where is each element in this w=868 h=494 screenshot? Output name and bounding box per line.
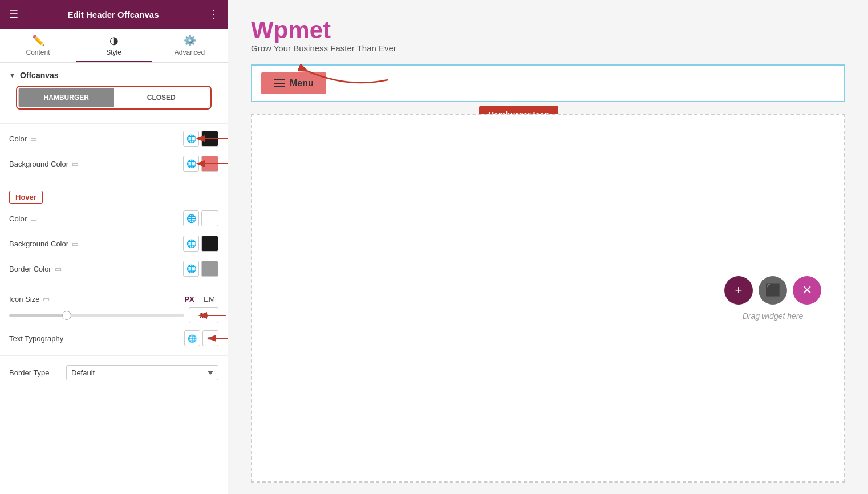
hover-color-row: Color ▭ 🌐 [0, 206, 228, 231]
add-widget-btn[interactable]: + [724, 276, 753, 305]
hover-bg-swatch[interactable] [201, 236, 218, 252]
icon-size-fill [9, 314, 67, 317]
icon-size-track[interactable] [9, 314, 184, 317]
hamburger-arrow-svg [274, 54, 399, 100]
px-em-toggle: PX EM [181, 294, 218, 304]
tab-content-label: Content [26, 48, 50, 56]
offcanvas-section-title: ▼ Offcanvas [0, 63, 228, 86]
icon-size-input[interactable] [189, 307, 218, 323]
bg-color-controls: 🌐 [183, 156, 218, 172]
typo-globe-btn[interactable]: 🌐 [184, 330, 200, 346]
logo-title: Wpmet [251, 17, 845, 43]
advanced-tab-icon: ⚙️ [184, 34, 196, 47]
logo-subtitle: Grow Your Business Faster Than Ever [251, 43, 845, 53]
em-btn[interactable]: EM [200, 294, 218, 304]
right-area: Wpmet Grow Your Business Faster Than Eve… [228, 0, 868, 494]
tab-style-label: Style [106, 48, 121, 56]
collapse-arrow-icon[interactable]: ▼ [9, 72, 15, 79]
bg-color-swatch[interactable] [201, 156, 218, 172]
color-responsive-icon: ▭ [30, 135, 37, 143]
bg-color-responsive-icon: ▭ [72, 160, 79, 168]
border-type-label: Border Type [9, 369, 60, 377]
panel-header: ☰ Edit Header Offcanvas ⋮ [0, 0, 228, 29]
bg-color-globe-btn[interactable]: 🌐 [183, 156, 199, 172]
border-type-row: Border Type Default None Solid Dashed Do… [0, 361, 228, 385]
bg-color-label: Background Color [9, 160, 68, 168]
tab-advanced-label: Advanced [175, 48, 205, 56]
hover-bg-resp-icon: ▭ [72, 240, 79, 248]
grid-icon[interactable]: ⋮ [208, 8, 218, 21]
hover-color-resp-icon: ▭ [30, 214, 37, 223]
bg-color-row: Background Color ▭ 🌐 [0, 151, 228, 176]
hover-label: Hover [9, 191, 43, 204]
hover-bg-globe-btn[interactable]: 🌐 [183, 236, 199, 252]
color-label: Color [9, 135, 27, 143]
typo-pencil-btn[interactable]: ✏ [202, 330, 218, 346]
hover-label-row: Hover [0, 186, 228, 206]
widget-actions: + ⬛ ✕ Drag widget here [724, 276, 821, 321]
menu-bar-container: Menu Hamburger Icon [251, 64, 845, 114]
px-btn[interactable]: PX [181, 294, 198, 304]
state-toggle-row: HAMBURGER CLOSED [18, 88, 209, 107]
color-swatch[interactable] [201, 131, 218, 147]
hamburger-menu-icon[interactable]: ☰ [9, 8, 18, 21]
panel-title: Edit Header Offcanvas [67, 10, 159, 19]
typography-controls: 🌐 ✏ [184, 330, 218, 346]
hover-bg-color-label: Background Color [9, 240, 68, 248]
tab-style[interactable]: ◑ Style [76, 29, 152, 62]
close-widget-btn[interactable]: ⬛ [759, 276, 787, 305]
hover-border-color-label: Border Color [9, 265, 51, 273]
hover-border-color-controls: 🌐 [183, 261, 218, 277]
content-tab-icon: ✏️ [32, 34, 44, 47]
icon-size-slider-row [9, 307, 218, 323]
hover-bg-color-row: Background Color ▭ 🌐 [0, 231, 228, 256]
widget-buttons: + ⬛ ✕ [724, 276, 821, 305]
icon-size-label: Icon Size [9, 295, 39, 303]
icon-size-thumb[interactable] [62, 311, 71, 320]
hover-color-swatch[interactable] [201, 210, 218, 226]
drag-widget-text: Drag widget here [743, 311, 804, 321]
dashed-widget-box: + ⬛ ✕ Drag widget here [251, 114, 845, 483]
ek-widget-btn[interactable]: ✕ [793, 276, 821, 305]
icon-size-resp-icon: ▭ [43, 295, 50, 303]
hover-border-globe-btn[interactable]: 🌐 [183, 261, 199, 277]
hover-color-globe-btn[interactable]: 🌐 [183, 210, 199, 226]
hover-border-resp-icon: ▭ [55, 265, 62, 273]
color-controls: 🌐 [183, 131, 218, 147]
closed-toggle-btn[interactable]: CLOSED [114, 88, 209, 107]
hamburger-toggle-btn[interactable]: HAMBURGER [19, 88, 114, 107]
hover-bg-color-controls: 🌐 [183, 236, 218, 252]
logo-section: Wpmet Grow Your Business Faster Than Eve… [251, 17, 845, 53]
tab-content[interactable]: ✏️ Content [0, 29, 76, 62]
style-tab-icon: ◑ [109, 34, 119, 47]
hover-border-color-row: Border Color ▭ 🌐 [0, 256, 228, 281]
hover-color-controls: 🌐 [183, 210, 218, 226]
hover-border-swatch[interactable] [201, 261, 218, 277]
text-typography-label: Text Typography [9, 334, 181, 343]
border-type-select[interactable]: Default None Solid Dashed Dotted [66, 365, 218, 380]
left-panel: ☰ Edit Header Offcanvas ⋮ ✏️ Content ◑ S… [0, 0, 228, 494]
tabs-row: ✏️ Content ◑ Style ⚙️ Advanced [0, 29, 228, 63]
offcanvas-label: Offcanvas [20, 71, 59, 80]
color-globe-btn[interactable]: 🌐 [183, 131, 199, 147]
text-typography-row: Text Typography 🌐 ✏ [0, 326, 228, 351]
color-row: Color ▭ 🌐 [0, 126, 228, 151]
hover-color-label: Color [9, 214, 27, 223]
icon-size-section: Icon Size ▭ PX EM 4 [0, 291, 228, 326]
tab-advanced[interactable]: ⚙️ Advanced [152, 29, 228, 62]
